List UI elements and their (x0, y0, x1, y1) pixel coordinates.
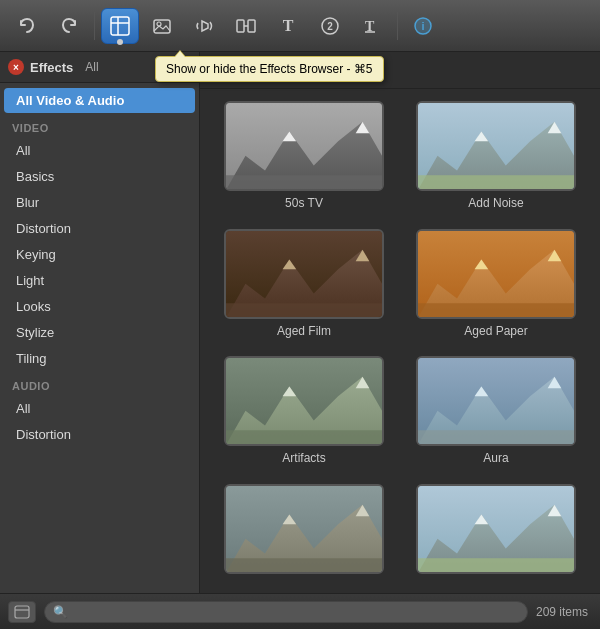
titles-button[interactable]: T (269, 8, 307, 44)
effect-label-50s-tv: 50s TV (285, 196, 323, 210)
toolbar: T 2 T i (0, 0, 600, 52)
bottom-bar: 🔍 209 items (0, 593, 600, 629)
sidebar-item-distortion[interactable]: Distortion (4, 216, 195, 241)
undo-button[interactable] (8, 8, 46, 44)
effect-item-aged-film[interactable]: Aged Film (216, 229, 392, 341)
main-area: × Effects All All Video & AudioVIDEOAllB… (0, 52, 600, 593)
effect-item-partial2[interactable] (408, 484, 584, 582)
effect-label-aura: Aura (483, 451, 508, 465)
panel-toggle-button[interactable] (8, 601, 36, 623)
effects-grid: 50s TV Add Noise (200, 89, 600, 593)
sidebar-item-basics[interactable]: Basics (4, 164, 195, 189)
svg-rect-33 (418, 303, 574, 317)
maps-button[interactable]: 2 (311, 8, 349, 44)
svg-rect-3 (154, 20, 170, 33)
titles2-button[interactable]: T (353, 8, 391, 44)
audio-button[interactable] (185, 8, 223, 44)
transitions-button[interactable] (227, 8, 265, 44)
search-icon: 🔍 (53, 605, 68, 619)
sidebar-item-all-video[interactable]: All (4, 138, 195, 163)
sidebar: × Effects All All Video & AudioVIDEOAllB… (0, 52, 200, 593)
effect-label-aged-paper: Aged Paper (464, 324, 527, 338)
effects-browser-button[interactable] (101, 8, 139, 44)
sidebar-item-all-video-audio[interactable]: All Video & Audio (4, 88, 195, 113)
sidebar-item-looks[interactable]: Looks (4, 294, 195, 319)
sidebar-list: All Video & AudioVIDEOAllBasicsBlurDisto… (0, 83, 199, 593)
info-button[interactable]: i (404, 8, 442, 44)
svg-rect-18 (226, 175, 382, 189)
sidebar-item-stylize[interactable]: Stylize (4, 320, 195, 345)
svg-rect-38 (226, 430, 382, 444)
effect-thumbnail-aura (416, 356, 576, 446)
close-effects-button[interactable]: × (8, 59, 24, 75)
effect-item-partial1[interactable] (216, 484, 392, 582)
effect-item-aged-paper[interactable]: Aged Paper (408, 229, 584, 341)
effect-item-aura[interactable]: Aura (408, 356, 584, 468)
content-area: Video Effects 50s TV (200, 52, 600, 593)
effect-thumbnail-aged-film (224, 229, 384, 319)
sidebar-item-keying[interactable]: Keying (4, 242, 195, 267)
all-button[interactable]: All (79, 58, 104, 76)
svg-rect-5 (237, 20, 244, 32)
effect-thumbnail-artifacts (224, 356, 384, 446)
sidebar-item-light[interactable]: Light (4, 268, 195, 293)
divider-2 (397, 12, 398, 40)
tooltip: Show or hide the Effects Browser - ⌘5 (155, 56, 384, 82)
svg-rect-28 (226, 303, 382, 317)
sidebar-item-blur[interactable]: Blur (4, 190, 195, 215)
effect-item-add-noise[interactable]: Add Noise (408, 101, 584, 213)
effect-thumbnail-aged-paper (416, 229, 576, 319)
svg-rect-54 (15, 606, 29, 618)
effect-thumbnail-partial2 (416, 484, 576, 574)
section-header-video-header: VIDEO (0, 114, 199, 137)
effect-label-add-noise: Add Noise (468, 196, 523, 210)
svg-rect-53 (418, 558, 574, 572)
sidebar-item-all-audio[interactable]: All (4, 396, 195, 421)
effect-thumbnail-add-noise (416, 101, 576, 191)
tooltip-text: Show or hide the Effects Browser - ⌘5 (166, 62, 373, 76)
search-bar[interactable]: 🔍 (44, 601, 528, 623)
svg-rect-43 (418, 430, 574, 444)
redo-button[interactable] (50, 8, 88, 44)
effect-label-artifacts: Artifacts (282, 451, 325, 465)
effect-item-50s-tv[interactable]: 50s TV (216, 101, 392, 213)
photos-button[interactable] (143, 8, 181, 44)
svg-rect-23 (418, 175, 574, 189)
divider-1 (94, 12, 95, 40)
sidebar-item-tiling[interactable]: Tiling (4, 346, 195, 371)
effect-label-aged-film: Aged Film (277, 324, 331, 338)
effect-item-artifacts[interactable]: Artifacts (216, 356, 392, 468)
effect-thumbnail-partial1 (224, 484, 384, 574)
svg-text:2: 2 (327, 21, 333, 32)
svg-rect-0 (111, 17, 129, 35)
search-input[interactable] (72, 605, 519, 619)
sidebar-item-audio-distortion[interactable]: Distortion (4, 422, 195, 447)
svg-rect-48 (226, 558, 382, 572)
effects-label: Effects (30, 60, 73, 75)
section-header-audio-header: AUDIO (0, 372, 199, 395)
effect-thumbnail-50s-tv (224, 101, 384, 191)
svg-text:i: i (421, 20, 424, 32)
items-count: 209 items (536, 605, 592, 619)
svg-rect-6 (248, 20, 255, 32)
